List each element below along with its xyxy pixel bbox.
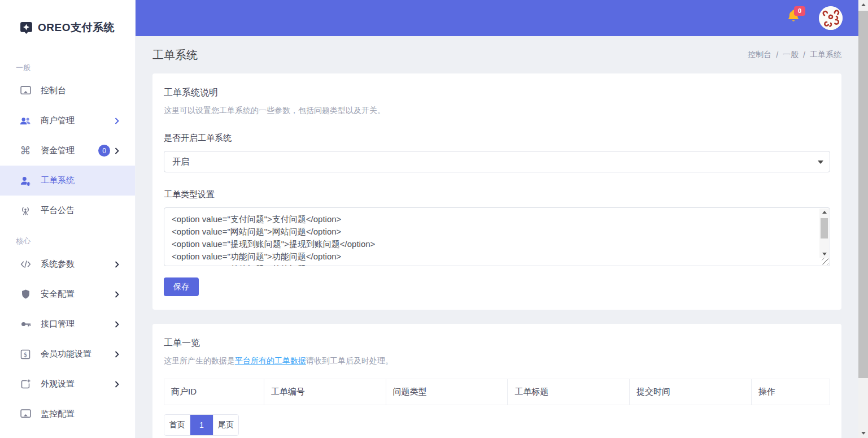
sidebar-item-label: 安全配置	[41, 289, 75, 300]
key-icon	[19, 318, 32, 331]
orders-card-title: 工单一览	[164, 337, 830, 349]
monitor-icon	[19, 85, 32, 97]
menu-section-core: 核心	[0, 225, 135, 249]
breadcrumb-separator: /	[803, 50, 805, 59]
main-content: 工单系统 控制台 / 一般 / 工单系统 工单系统说明 这里可以设置您工单系统的…	[136, 36, 858, 438]
chevron-right-icon	[115, 321, 119, 328]
sidebar: OREO支付系统 一般 控制台 商户管理 ⌘ 资金管理 0 工单系统	[0, 0, 136, 438]
chevron-right-icon	[115, 118, 119, 124]
user-gear-icon	[19, 175, 32, 187]
dollar-box-icon: $	[19, 348, 32, 361]
col-ticket-number: 工单编号	[264, 379, 386, 405]
broadcast-icon	[19, 205, 32, 217]
ticket-enable-selected-value: 开启	[172, 157, 189, 167]
sidebar-item-label: 工单系统	[41, 175, 75, 186]
breadcrumb-item-tickets[interactable]: 工单系统	[810, 50, 841, 60]
sidebar-item-label: 监控配置	[41, 409, 75, 419]
pagination-last-button[interactable]: 尾页	[213, 415, 238, 435]
table-header-row: 商户ID 工单编号 问题类型 工单标题 提交时间 操作	[164, 379, 830, 405]
save-button[interactable]: 保存	[164, 277, 199, 296]
sidebar-item-label: 会员功能设置	[41, 349, 91, 359]
col-ticket-title: 工单标题	[508, 379, 630, 405]
sidebar-item-member-features[interactable]: $ 会员功能设置	[0, 339, 135, 369]
chevron-right-icon	[115, 261, 119, 268]
topbar: 0	[136, 0, 858, 36]
pagination-page-1-button[interactable]: 1	[190, 415, 213, 435]
sidebar-item-announcements[interactable]: 平台公告	[0, 196, 135, 225]
settings-card-title: 工单系统说明	[164, 87, 830, 99]
sidebar-item-appearance[interactable]: 外观设置	[0, 369, 135, 399]
pagination: 首页 1 尾页	[164, 414, 239, 436]
code-icon	[19, 258, 32, 271]
col-actions: 操作	[751, 379, 830, 405]
breadcrumb: 控制台 / 一般 / 工单系统	[748, 50, 841, 60]
sidebar-item-label: 平台公告	[41, 205, 75, 216]
col-submit-time: 提交时间	[630, 379, 752, 405]
monitor-icon	[19, 408, 32, 420]
window-scrollbar[interactable]	[858, 0, 868, 438]
svg-text:$: $	[24, 351, 28, 358]
sidebar-item-label: 接口管理	[41, 319, 75, 329]
ticket-enable-label: 是否开启工单系统	[164, 133, 830, 144]
sidebar-item-merchants[interactable]: 商户管理	[0, 106, 135, 136]
sidebar-item-funds[interactable]: ⌘ 资金管理 0	[0, 136, 135, 166]
sidebar-item-label: 资金管理	[41, 145, 75, 156]
brand-logo[interactable]: OREO支付系统	[0, 0, 135, 52]
brand-pin-star-icon	[19, 21, 33, 35]
sidebar-item-console[interactable]: 控制台	[0, 76, 135, 106]
ticket-types-textarea[interactable]: <option value="支付问题">支付问题</option> <opti…	[164, 207, 830, 266]
textarea-scrollbar[interactable]	[819, 209, 829, 258]
chevron-right-icon	[115, 351, 119, 358]
sidebar-item-label: 外观设置	[41, 379, 75, 389]
scroll-down-icon[interactable]	[858, 428, 868, 438]
sidebar-item-label: 系统参数	[41, 259, 75, 270]
col-merchant-id: 商户ID	[164, 379, 264, 405]
command-icon: ⌘	[19, 145, 32, 157]
notification-count-badge: 0	[794, 6, 805, 16]
orders-description-prefix: 这里所产生的数据是	[164, 356, 235, 365]
notifications-button[interactable]: 0	[786, 8, 803, 28]
subheader: 工单系统 控制台 / 一般 / 工单系统	[136, 36, 858, 73]
textarea-resize-handle[interactable]	[822, 258, 828, 264]
scroll-up-icon[interactable]	[858, 0, 868, 10]
col-issue-type: 问题类型	[386, 379, 508, 405]
caret-down-icon	[818, 161, 823, 164]
brand-title: OREO支付系统	[38, 20, 115, 35]
breadcrumb-item-general[interactable]: 一般	[783, 50, 799, 60]
ticket-enable-select[interactable]: 开启	[164, 151, 830, 172]
sidebar-item-system-params[interactable]: 系统参数	[0, 249, 135, 279]
tickets-table: 商户ID 工单编号 问题类型 工单标题 提交时间 操作	[164, 379, 830, 405]
frame-plus-icon	[19, 378, 32, 391]
sidebar-item-label: 控制台	[41, 85, 66, 96]
pagination-first-button[interactable]: 首页	[164, 415, 190, 435]
chevron-right-icon	[115, 291, 119, 298]
ticket-list-card: 工单一览 这里所产生的数据是平台所有的工单数据请收到工单后及时处理。 商户ID …	[152, 324, 841, 438]
orders-description-suffix: 请收到工单后及时处理。	[306, 356, 393, 365]
chevron-right-icon	[115, 381, 119, 388]
ticket-types-label: 工单类型设置	[164, 189, 830, 200]
sidebar-item-label: 商户管理	[41, 115, 75, 126]
sidebar-item-tickets[interactable]: 工单系统	[0, 166, 135, 196]
users-icon	[19, 115, 32, 127]
textarea-scrollbar-thumb[interactable]	[821, 218, 828, 238]
page-title: 工单系统	[152, 47, 198, 63]
settings-card-description: 这里可以设置您工单系统的一些参数，包括问题类型以及开关。	[164, 106, 830, 116]
sidebar-item-api[interactable]: 接口管理	[0, 309, 135, 339]
scroll-up-icon[interactable]	[819, 209, 829, 216]
sidebar-item-monitoring[interactable]: 监控配置	[0, 399, 135, 429]
all-tickets-data-link[interactable]: 平台所有的工单数据	[235, 356, 306, 365]
ticket-settings-card: 工单系统说明 这里可以设置您工单系统的一些参数，包括问题类型以及开关。 是否开启…	[152, 73, 841, 310]
menu-section-general: 一般	[0, 52, 135, 76]
chevron-right-icon	[115, 148, 119, 154]
sidebar-item-security[interactable]: 安全配置	[0, 279, 135, 309]
orders-card-description: 这里所产生的数据是平台所有的工单数据请收到工单后及时处理。	[164, 356, 830, 366]
window-scrollbar-thumb[interactable]	[858, 11, 868, 378]
ticket-types-value: <option value="支付问题">支付问题</option> <opti…	[164, 208, 830, 266]
breadcrumb-separator: /	[776, 50, 778, 59]
funds-count-badge: 0	[98, 145, 110, 157]
scroll-down-icon[interactable]	[819, 250, 829, 258]
user-avatar[interactable]	[819, 6, 843, 30]
shield-icon	[19, 288, 32, 301]
breadcrumb-item-console[interactable]: 控制台	[748, 50, 771, 60]
